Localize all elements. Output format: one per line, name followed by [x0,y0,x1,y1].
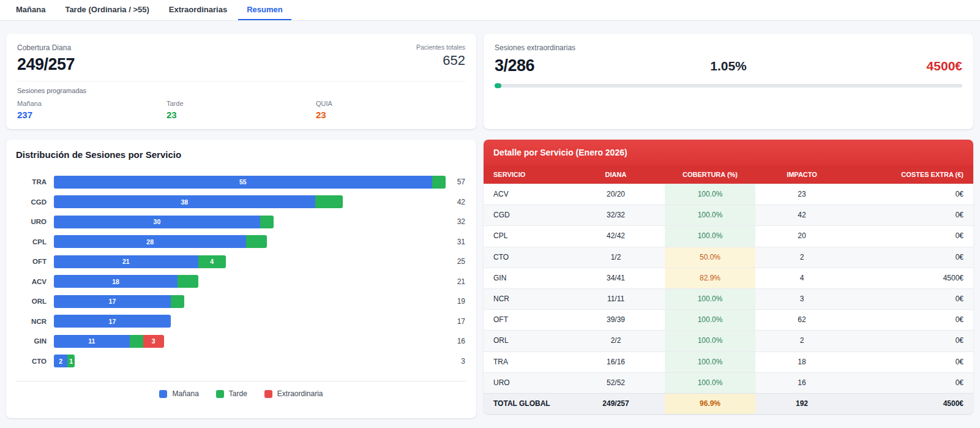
bar-segment-mañana: 11 [54,335,130,348]
cell-servicio: CGD [484,205,567,226]
extraordinary-progress-bar [495,84,962,88]
column-header: IMPACTO [755,165,848,184]
chart-plot-area: 28 [54,235,446,248]
extraordinary-card: Sesiones extraordinarias 3/286 1.05% 450… [484,34,973,129]
chart-plot-area: 55 [54,176,446,189]
cell-cobertura: 100.0% [665,205,755,226]
table-row-total-global: TOTAL GLOBAL249/25796.9%1924500€ [484,393,973,414]
cell-servicio: NCR [484,289,567,310]
service-detail-table: SERVICIODIANACOBERTURA (%)IMPACTOCOSTES … [484,165,973,414]
chart-total-label: 31 [446,238,466,246]
tab-tarde-ordinaria-55[interactable]: Tarde (Ordinaria / >55) [56,0,157,20]
cell-costes: 0€ [848,289,973,310]
chart-total-label: 57 [446,178,466,186]
bar-segment-mañana: 28 [54,235,246,248]
extraordinary-title: Sesiones extraordinarias [495,43,962,52]
tab-ma-ana[interactable]: Mañana [7,0,54,20]
divider [17,81,465,81]
cell-servicio: OFT [484,310,567,331]
bar-segment-tarde [178,275,198,288]
sessions-chart-card: Distribución de Sesiones por Servicio TR… [6,140,476,418]
cell-costes: 0€ [848,205,973,226]
chart-total-label: 17 [446,317,466,326]
chart-row-oft: OFT21425 [16,252,466,272]
cell-diana: 20/20 [567,184,665,205]
table-row-acv: ACV20/20100.0%230€ [484,184,973,205]
cell-diana: 11/11 [567,289,665,310]
coverage-card: Cobertura Diana 249/257 Pacientes totale… [6,34,476,129]
chart-bar: 17 [54,295,184,308]
extraordinary-cost: 4500€ [806,59,962,73]
chart-plot-area: 21 [54,355,446,367]
table-title: Detalle por Servicio (Enero 2026) [484,140,973,165]
cell-impacto: 18 [755,351,848,372]
chart-plot-area: 113 [54,335,446,348]
cell-impacto: 16 [755,372,848,393]
cell-costes: 0€ [848,310,973,331]
cell-diana: 16/16 [567,351,665,372]
cell-cobertura: 50.0% [665,247,755,268]
chart-plot-area: 30 [54,216,446,228]
cell-diana: 2/2 [567,331,665,351]
cell-diana: 34/41 [567,268,665,288]
chart-row-cto: CTO213 [16,351,466,372]
breakdown-label-tarde: Tarde [166,100,316,107]
chart-row-tra: TRA5557 [16,172,466,192]
legend-item-tarde[interactable]: Tarde [216,389,247,398]
cell-cobertura: 100.0% [665,184,755,205]
cell-impacto: 2 [755,331,848,351]
chart-row-uro: URO3032 [16,212,466,232]
legend-label: Extraordinaria [277,389,323,398]
cell-servicio: ORL [484,331,567,351]
table-row-orl: ORL2/2100.0%20€ [484,331,973,351]
cell-cobertura: 96.9% [665,393,755,414]
coverage-value: 249/257 [17,55,75,74]
chart-category-label: CPL [16,238,54,246]
legend-item-extraordinaria[interactable]: Extraordinaria [264,389,323,398]
chart-total-label: 42 [446,198,466,206]
tab-resumen[interactable]: Resumen [238,0,291,20]
chart-plot-area: 17 [54,295,446,308]
table-row-gin: GIN34/4182.9%44500€ [484,268,973,288]
table-row-tra: TRA16/16100.0%180€ [484,351,973,372]
cell-impacto: 4 [755,268,848,288]
cell-costes: 4500€ [848,268,973,288]
chart-bar: 21 [54,355,75,367]
cell-costes: 0€ [848,351,973,372]
patients-total-value: 652 [416,53,465,69]
chart-bar: 30 [54,216,274,228]
tab-extraordinarias[interactable]: Extraordinarias [160,0,236,20]
chart-bar: 38 [54,195,343,208]
cell-impacto: 42 [755,205,848,226]
chart-category-label: CGD [16,198,54,206]
table-header-row: SERVICIODIANACOBERTURA (%)IMPACTOCOSTES … [484,165,973,184]
breakdown-quia: QUIA23 [316,100,465,120]
chart-total-label: 25 [446,257,466,266]
chart-category-label: URO [16,218,54,225]
chart-title: Distribución de Sesiones por Servicio [16,149,466,160]
chart-bar: 113 [54,335,164,348]
chart-bar: 17 [54,315,171,328]
column-header: SERVICIO [484,165,567,184]
bar-segment-tarde [432,176,446,189]
cell-diana: 1/2 [567,247,665,268]
chart-total-label: 19 [446,297,466,306]
sessions-breakdown: Mañana237Tarde23QUIA23 [17,100,465,120]
chart-row-cgd: CGD3842 [16,192,466,212]
bar-segment-mañana: 30 [54,216,260,228]
cell-diana: 249/257 [567,393,665,414]
cell-servicio: TOTAL GLOBAL [484,393,567,414]
breakdown-value-tarde: 23 [166,110,316,120]
legend-swatch-icon [216,390,224,398]
cell-impacto: 62 [755,310,848,331]
bar-segment-mañana: 21 [54,255,198,268]
cell-cobertura: 100.0% [665,289,755,310]
bar-segment-extraordinaria: 3 [143,335,164,348]
tab-bar: MañanaTarde (Ordinaria / >55)Extraordina… [0,0,980,21]
breakdown-label-quia: QUIA [316,100,465,107]
chart-plot-area: 17 [54,315,446,328]
column-header: COSTES EXTRA (€) [848,165,973,184]
dashboard-content: Cobertura Diana 249/257 Pacientes totale… [0,21,980,418]
legend-item-mañana[interactable]: Mañana [159,389,198,398]
cell-servicio: CTO [484,247,567,268]
